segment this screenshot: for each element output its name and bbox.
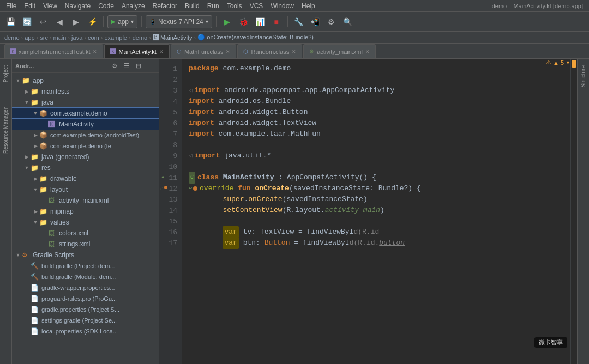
stop-button[interactable]: ■ bbox=[269, 15, 284, 29]
tree-item-drawable[interactable]: ▶ 📁 drawable bbox=[12, 173, 159, 184]
run-button[interactable]: ▶ bbox=[220, 15, 235, 29]
project-panel: Andr... ⚙ ☰ ⊟ — ▼ 📁 app ▶ 📁 manifest bbox=[12, 59, 159, 364]
panel-icon-gear[interactable]: ⊟ bbox=[134, 61, 143, 71]
panel-icon-collapse[interactable]: ☰ bbox=[122, 61, 131, 71]
settings-button[interactable]: ⚙ bbox=[324, 15, 339, 29]
structure-tab[interactable]: Structure bbox=[578, 61, 588, 92]
tree-item-gradle-properties[interactable]: 📄 gradle.properties (Project S... bbox=[12, 304, 159, 315]
search-everywhere[interactable]: 🔍 bbox=[341, 15, 355, 29]
menu-edit[interactable]: Edit bbox=[20, 1, 39, 11]
tree-item-layout[interactable]: ▼ 📁 layout bbox=[12, 184, 159, 195]
tree-item-app[interactable]: ▼ 📁 app bbox=[12, 75, 159, 86]
avd-manager[interactable]: 📲 bbox=[308, 15, 322, 29]
warnings-indicator[interactable]: ⚠ ▲ 5 ▼ bbox=[546, 59, 570, 66]
tree-item-build-gradle-project[interactable]: 🔨 build.gradle (Project: dem... bbox=[12, 260, 159, 271]
folder-icon-java: 📁 bbox=[31, 99, 39, 106]
separator-3 bbox=[216, 16, 217, 27]
sync-button[interactable]: 🔄 bbox=[20, 15, 34, 29]
right-gutter bbox=[570, 59, 577, 364]
tree-item-proguard[interactable]: 📄 proguard-rules.pro (ProGu... bbox=[12, 293, 159, 304]
tree-item-settings-gradle[interactable]: 📄 settings.gradle (Project Se... bbox=[12, 315, 159, 326]
menu-tools[interactable]: Tools bbox=[223, 1, 246, 11]
tree-item-strings-xml[interactable]: 🖼 strings.xml bbox=[12, 239, 159, 250]
forward-button[interactable]: ▶ bbox=[69, 15, 83, 29]
tab-mathfun[interactable]: ⬡ MathFun.class ✕ bbox=[171, 44, 237, 58]
bc-app[interactable]: app bbox=[25, 34, 34, 41]
code-line-7: import com.example.taar.MathFun bbox=[189, 129, 566, 139]
tree-item-activity-main-xml[interactable]: 🖼 activity_main.xml bbox=[12, 195, 159, 206]
bc-oncreate[interactable]: 🔵 onCreate(savedInstanceState: Bundle?) bbox=[197, 34, 314, 41]
tree-item-gradle-scripts[interactable]: ▼ ⚙ Gradle Scripts bbox=[12, 250, 159, 260]
device-selector[interactable]: 📱 Nexus 7 API 24 ▾ bbox=[146, 15, 212, 28]
project-side-tab[interactable]: Project bbox=[1, 61, 11, 87]
line-2: 2 bbox=[159, 74, 182, 85]
resource-manager-tab[interactable]: Resource Manager bbox=[1, 103, 11, 158]
menu-vcs[interactable]: VCS bbox=[246, 1, 267, 11]
tree-item-mainactivity[interactable]: 🅺 MainActivity bbox=[12, 119, 159, 130]
tree-item-local-properties[interactable]: 📄 local.properties (SDK Loca... bbox=[12, 326, 159, 337]
tree-item-gradle-wrapper[interactable]: 📄 gradle-wrapper.properties... bbox=[12, 282, 159, 293]
tree-item-colors-xml[interactable]: 🖼 colors.xml bbox=[12, 228, 159, 239]
menu-help[interactable]: Help bbox=[298, 1, 319, 11]
panel-icon-close[interactable]: — bbox=[146, 61, 155, 71]
separator-4 bbox=[287, 16, 288, 27]
line-15: 15 bbox=[159, 216, 182, 227]
bc-demoname[interactable]: demo bbox=[133, 34, 148, 41]
bc-src[interactable]: src bbox=[40, 34, 48, 41]
tree-item-test[interactable]: ▶ 📦 com.example.demo (te bbox=[12, 141, 159, 151]
tab-mainactivity[interactable]: 🅺 MainActivity.kt ✕ bbox=[104, 44, 169, 58]
bc-example[interactable]: example bbox=[104, 34, 127, 41]
menu-build[interactable]: Build bbox=[181, 1, 203, 11]
bc-java[interactable]: java bbox=[71, 34, 82, 41]
run-options-button[interactable]: ⚡ bbox=[85, 15, 99, 29]
tree-item-java[interactable]: ▼ 📁 java bbox=[12, 97, 159, 108]
code-area[interactable]: package com.example.demo ◁import android… bbox=[182, 59, 570, 364]
line-numbers: 1 2 3 4 5 6 7 8 9 10 ● 11 ↩ bbox=[159, 59, 182, 364]
tree-item-res[interactable]: ▼ 📁 res bbox=[12, 162, 159, 173]
tab-instrumented-test[interactable]: 🅺 xampleInstrumentedTest.kt ✕ bbox=[4, 44, 103, 58]
tree-item-manifests[interactable]: ▶ 📁 manifests bbox=[12, 86, 159, 97]
tab-close-random[interactable]: ✕ bbox=[292, 49, 296, 54]
bc-main[interactable]: main bbox=[53, 34, 67, 41]
menu-refactor[interactable]: Refactor bbox=[149, 1, 181, 11]
save-button[interactable]: 💾 bbox=[3, 15, 17, 29]
menu-navigate[interactable]: Navigate bbox=[61, 1, 94, 11]
tree-item-values[interactable]: ▼ 📁 values bbox=[12, 217, 159, 228]
toolbar: 💾 🔄 ↩ ◀ ▶ ⚡ ▶ app ▾ 📱 Nexus 7 API 24 ▾ ▶… bbox=[0, 12, 589, 32]
line-1: 1 bbox=[159, 63, 182, 74]
tab-close-mainactivity[interactable]: ✕ bbox=[159, 49, 164, 54]
bc-demo[interactable]: demo bbox=[4, 34, 20, 41]
tree-item-com-example-demo[interactable]: ▼ 📦 com.example.demo bbox=[12, 108, 159, 119]
menu-code[interactable]: Code bbox=[94, 1, 118, 11]
bc-mainactivity[interactable]: 🅺 MainActivity bbox=[153, 34, 193, 41]
tree-item-build-gradle-module[interactable]: 🔨 build.gradle (Module: dem... bbox=[12, 271, 159, 282]
back-button[interactable]: ◀ bbox=[52, 15, 67, 29]
app-selector[interactable]: ▶ app ▾ bbox=[107, 15, 137, 28]
profile-button[interactable]: 📊 bbox=[253, 15, 267, 29]
tab-close-mathfun[interactable]: ✕ bbox=[226, 49, 230, 54]
tree-item-mipmap[interactable]: ▶ 📁 mipmap bbox=[12, 206, 159, 217]
tab-activity-main-xml[interactable]: ⚙ activity_main.xml ✕ bbox=[303, 44, 376, 58]
code-line-1: package com.example.demo bbox=[189, 63, 566, 74]
tree-item-androidtest[interactable]: ▶ 📦 com.example.demo (androidTest) bbox=[12, 130, 159, 141]
menu-file[interactable]: File bbox=[2, 1, 20, 11]
xml-icon-colors: 🖼 bbox=[48, 229, 57, 237]
menu-view[interactable]: View bbox=[39, 1, 61, 11]
xml-icon-activity-main: 🖼 bbox=[48, 197, 57, 204]
tree-item-java-generated[interactable]: ▶ 📁 java (generated) bbox=[12, 151, 159, 162]
menu-run[interactable]: Run bbox=[203, 1, 223, 11]
menu-window[interactable]: Window bbox=[267, 1, 298, 11]
tab-random[interactable]: ⬡ Random.class ✕ bbox=[237, 44, 302, 58]
code-editor: 1 2 3 4 5 6 7 8 9 10 ● 11 ↩ bbox=[159, 59, 577, 364]
line-5: 5 bbox=[159, 107, 182, 118]
menu-analyze[interactable]: Analyze bbox=[118, 1, 149, 11]
sdk-manager[interactable]: 🔧 bbox=[292, 15, 306, 29]
warning-marker[interactable] bbox=[572, 60, 576, 68]
warning-triangle-icon: ⚠ bbox=[546, 59, 551, 66]
debug-button[interactable]: 🐞 bbox=[237, 15, 251, 29]
undo-button[interactable]: ↩ bbox=[36, 15, 50, 29]
tab-close-xml[interactable]: ✕ bbox=[365, 49, 370, 54]
panel-icon-settings[interactable]: ⚙ bbox=[110, 61, 119, 71]
tab-close-instrumented[interactable]: ✕ bbox=[93, 49, 97, 54]
bc-com[interactable]: com bbox=[88, 34, 99, 41]
